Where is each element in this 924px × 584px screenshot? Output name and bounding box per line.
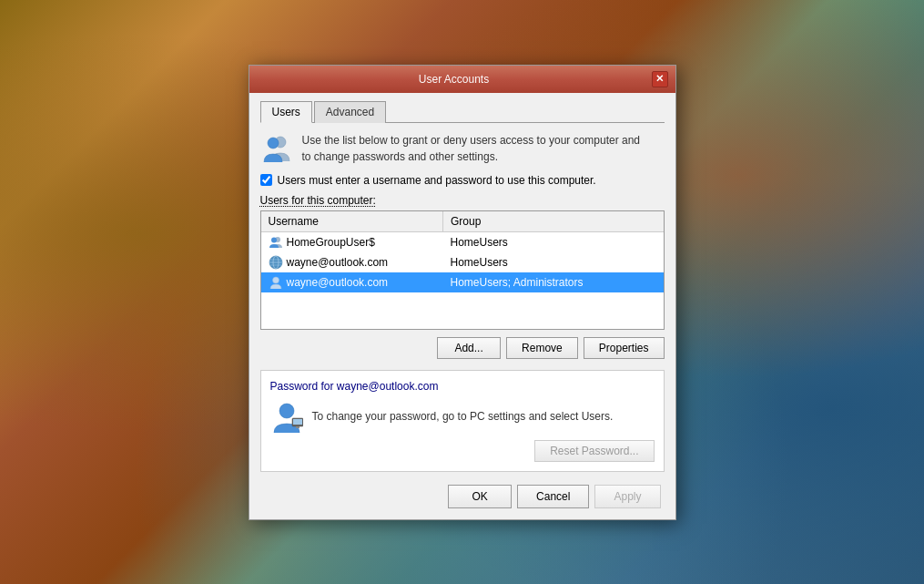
action-buttons-row: Add... Remove Properties	[260, 337, 665, 359]
close-button[interactable]: ✕	[652, 71, 668, 87]
svg-point-10	[279, 404, 294, 418]
username-column-header: Username	[261, 211, 443, 232]
reset-password-button[interactable]: Reset Password...	[534, 440, 654, 462]
dialog-title: User Accounts	[257, 73, 652, 86]
username-cell: HomeGroupUser$	[261, 232, 443, 252]
group-user-icon	[269, 235, 283, 250]
properties-button[interactable]: Properties	[584, 337, 665, 359]
svg-point-3	[271, 237, 277, 242]
table-row[interactable]: wayne@outlook.com HomeUsers; Administrat…	[261, 272, 664, 292]
svg-rect-12	[293, 419, 302, 425]
add-button[interactable]: Add...	[437, 337, 501, 359]
password-section: Password for wayne@outlook.com To change…	[260, 370, 665, 472]
users-icon	[260, 132, 293, 165]
user-accounts-dialog: User Accounts ✕ Users Advanced	[249, 65, 676, 520]
username-password-checkbox[interactable]	[260, 174, 272, 186]
group-cell: HomeUsers	[443, 252, 664, 272]
reset-password-row: Reset Password...	[270, 440, 655, 462]
selected-user-icon	[269, 275, 283, 290]
table-empty-row	[261, 292, 664, 329]
dialog-body: Users Advanced	[249, 93, 675, 519]
password-user-icon	[270, 400, 303, 433]
table-header-row: Username Group	[261, 211, 664, 232]
password-description: To change your password, go to PC settin…	[312, 410, 655, 423]
dialog-overlay: User Accounts ✕ Users Advanced	[0, 0, 924, 584]
tab-users[interactable]: Users	[260, 101, 312, 123]
group-cell: HomeUsers	[443, 231, 664, 252]
web-user-icon	[269, 255, 283, 270]
username-cell: wayne@outlook.com	[261, 252, 443, 272]
apply-button[interactable]: Apply	[594, 485, 660, 508]
table-row[interactable]: wayne@outlook.com HomeUsers	[261, 252, 664, 272]
checkbox-label: Users must enter a username and password…	[278, 174, 596, 187]
tab-advanced[interactable]: Advanced	[314, 101, 386, 123]
password-section-title: Password for wayne@outlook.com	[270, 380, 655, 393]
svg-point-9	[272, 277, 279, 283]
users-table: Username Group	[261, 211, 664, 329]
svg-point-1	[268, 138, 279, 149]
description-text: Use the list below to grant or deny user…	[302, 132, 641, 165]
group-column-header: Group	[443, 211, 664, 232]
users-table-wrapper: Username Group	[260, 210, 665, 330]
password-row: To change your password, go to PC settin…	[270, 400, 655, 433]
username-cell-selected: wayne@outlook.com	[261, 272, 443, 292]
title-bar: User Accounts ✕	[249, 66, 675, 93]
ok-button[interactable]: OK	[448, 485, 512, 508]
users-for-computer-label: Users for this computer:	[260, 194, 665, 207]
tab-bar: Users Advanced	[260, 100, 665, 123]
bottom-buttons-row: OK Cancel Apply	[260, 485, 665, 508]
table-row[interactable]: HomeGroupUser$ HomeUsers	[261, 231, 664, 252]
svg-rect-13	[296, 426, 300, 428]
group-cell-selected: HomeUsers; Administrators	[443, 272, 664, 292]
description-row: Use the list below to grant or deny user…	[260, 132, 665, 165]
remove-button[interactable]: Remove	[506, 337, 578, 359]
cancel-button[interactable]: Cancel	[517, 485, 589, 508]
username-password-checkbox-row: Users must enter a username and password…	[260, 174, 665, 187]
